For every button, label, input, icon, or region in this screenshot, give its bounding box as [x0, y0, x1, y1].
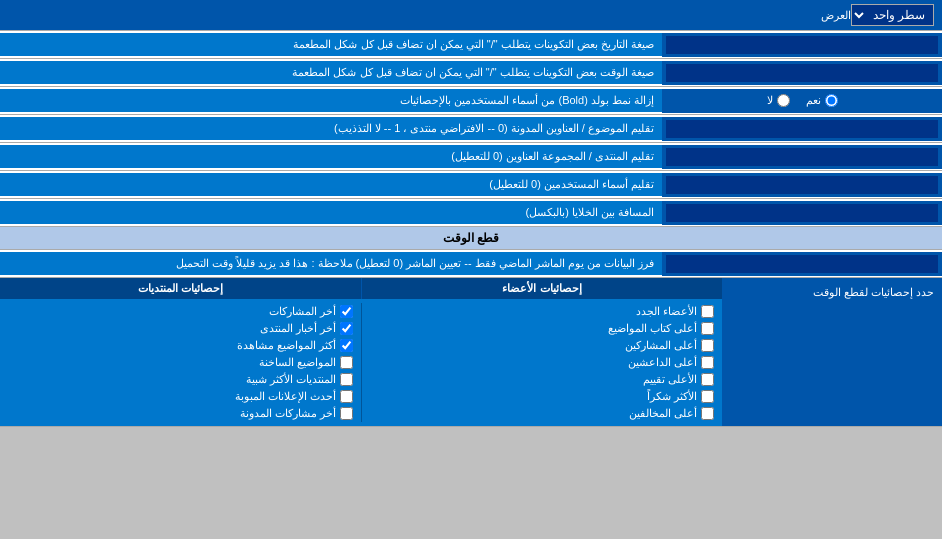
- display-select[interactable]: سطر واحدسطرينثلاثة أسطر: [851, 4, 934, 26]
- cutoff-input-wrapper: 0: [662, 252, 942, 276]
- cell-space-label: المسافة بين الخلايا (بالبكسل): [0, 201, 662, 224]
- trim-users-label: تقليم أسماء المستخدمين (0 للتعطيل): [0, 173, 662, 196]
- time-format-input[interactable]: H:i: [666, 64, 938, 82]
- trim-users-input-wrapper: 0: [662, 173, 942, 197]
- checkbox-input[interactable]: [340, 373, 353, 386]
- header-row: سطر واحدسطرينثلاثة أسطر العرض: [0, 0, 942, 31]
- stats-columns: إحصائيات الأعضاء إحصائيات المنتديات الأع…: [0, 278, 722, 426]
- col2-header: إحصائيات المنتديات: [0, 278, 361, 299]
- checkbox-label: المنتديات الأكثر شبية: [246, 373, 336, 386]
- forum-topic-row: 33 تقليم الموضوع / العناوين المدونة (0 -…: [0, 115, 942, 143]
- checkbox-input[interactable]: [340, 390, 353, 403]
- checkbox-input[interactable]: [701, 407, 714, 420]
- stats-section-label: حدد إحصائيات لقطع الوقت: [722, 278, 942, 426]
- checkbox-input[interactable]: [340, 407, 353, 420]
- col1-items: أخر المشاركاتأخر أخبار المنتدىأكثر الموا…: [0, 303, 361, 422]
- time-format-label: صيغة الوقت بعض التكوينات يتطلب "/" التي …: [0, 61, 662, 84]
- date-format-input-wrapper: d-m: [662, 33, 942, 57]
- checkbox-label: المواضيع الساخنة: [259, 356, 336, 369]
- bold-no-radio[interactable]: [777, 94, 790, 107]
- checkbox-item: أعلى المخالفين: [370, 407, 714, 420]
- checkbox-label: الأعضاء الجدد: [636, 305, 697, 318]
- trim-users-row: 0 تقليم أسماء المستخدمين (0 للتعطيل): [0, 171, 942, 199]
- cell-space-input[interactable]: 2: [666, 204, 938, 222]
- checkbox-item: المنتديات الأكثر شبية: [8, 373, 353, 386]
- checkbox-input[interactable]: [701, 390, 714, 403]
- time-format-row: H:i صيغة الوقت بعض التكوينات يتطلب "/" ا…: [0, 59, 942, 87]
- checkbox-label: أكثر المواضيع مشاهدة: [237, 339, 336, 352]
- bold-row: نعم لا إزالة نمط بولد (Bold) من أسماء ال…: [0, 87, 942, 115]
- checkbox-label: أعلى المخالفين: [629, 407, 697, 420]
- checkbox-input[interactable]: [701, 322, 714, 335]
- stats-col-headers: إحصائيات الأعضاء إحصائيات المنتديات: [0, 278, 722, 299]
- time-format-input-wrapper: H:i: [662, 61, 942, 85]
- checkbox-input[interactable]: [701, 356, 714, 369]
- checkbox-label: أخر مشاركات المدونة: [240, 407, 336, 420]
- checkbox-item: الأعلى تقييم: [370, 373, 714, 386]
- time-cutoff-header: قطع الوقت: [0, 227, 942, 250]
- bold-yes-label[interactable]: نعم: [806, 94, 838, 107]
- forum-group-input-wrapper: 33: [662, 145, 942, 169]
- bold-no-label[interactable]: لا: [767, 94, 790, 107]
- checkbox-label: الأعلى تقييم: [643, 373, 697, 386]
- header-label: العرض: [8, 9, 851, 22]
- forum-group-label: تقليم المنتدى / المجموعة العناوين (0 للت…: [0, 145, 662, 168]
- checkbox-input[interactable]: [340, 305, 353, 318]
- forum-topic-input[interactable]: 33: [666, 120, 938, 138]
- checkbox-item: الأكثر شكراً: [370, 390, 714, 403]
- forum-group-input[interactable]: 33: [666, 148, 938, 166]
- bold-label: إزالة نمط بولد (Bold) من أسماء المستخدمي…: [0, 89, 662, 112]
- forum-topic-input-wrapper: 33: [662, 117, 942, 141]
- checkbox-label: أعلى كتاب المواضيع: [608, 322, 697, 335]
- checkbox-label: أخر المشاركات: [269, 305, 336, 318]
- col2-items: الأعضاء الجددأعلى كتاب المواضيعأعلى المش…: [361, 303, 722, 422]
- checkbox-item: أكثر المواضيع مشاهدة: [8, 339, 353, 352]
- checkbox-input[interactable]: [701, 305, 714, 318]
- date-format-row: d-m صيغة التاريخ بعض التكوينات يتطلب "/"…: [0, 31, 942, 59]
- bold-yes-radio[interactable]: [825, 94, 838, 107]
- checkbox-input[interactable]: [340, 322, 353, 335]
- checkbox-label: أخر أخبار المنتدى: [260, 322, 336, 335]
- cell-space-input-wrapper: 2: [662, 201, 942, 225]
- cutoff-row: 0 فرز البيانات من يوم الماشر الماضي فقط …: [0, 250, 942, 278]
- checkbox-input[interactable]: [701, 373, 714, 386]
- checkbox-label: أعلى المشاركين: [625, 339, 697, 352]
- checkbox-item: الأعضاء الجدد: [370, 305, 714, 318]
- checkbox-item: أخر أخبار المنتدى: [8, 322, 353, 335]
- forum-group-row: 33 تقليم المنتدى / المجموعة العناوين (0 …: [0, 143, 942, 171]
- stats-items-grid: الأعضاء الجددأعلى كتاب المواضيعأعلى المش…: [0, 299, 722, 426]
- checkbox-label: أعلى الداعشين: [628, 356, 697, 369]
- checkbox-item: أعلى الداعشين: [370, 356, 714, 369]
- col1-header: إحصائيات الأعضاء: [361, 278, 722, 299]
- checkbox-input[interactable]: [701, 339, 714, 352]
- cutoff-label: فرز البيانات من يوم الماشر الماضي فقط --…: [0, 252, 662, 275]
- date-format-label: صيغة التاريخ بعض التكوينات يتطلب "/" الت…: [0, 33, 662, 56]
- main-container: سطر واحدسطرينثلاثة أسطر العرض d-m صيغة ا…: [0, 0, 942, 427]
- checkbox-item: أحدث الإعلانات المبوبة: [8, 390, 353, 403]
- stats-section: حدد إحصائيات لقطع الوقت إحصائيات الأعضاء…: [0, 278, 942, 427]
- checkbox-item: أعلى المشاركين: [370, 339, 714, 352]
- forum-topic-label: تقليم الموضوع / العناوين المدونة (0 -- ا…: [0, 117, 662, 140]
- checkbox-label: أحدث الإعلانات المبوبة: [235, 390, 336, 403]
- checkbox-item: المواضيع الساخنة: [8, 356, 353, 369]
- checkbox-item: أعلى كتاب المواضيع: [370, 322, 714, 335]
- checkbox-item: أخر مشاركات المدونة: [8, 407, 353, 420]
- checkbox-input[interactable]: [340, 339, 353, 352]
- checkbox-label: الأكثر شكراً: [647, 390, 697, 403]
- checkbox-input[interactable]: [340, 356, 353, 369]
- bold-options: نعم لا: [662, 89, 942, 113]
- checkbox-item: أخر المشاركات: [8, 305, 353, 318]
- trim-users-input[interactable]: 0: [666, 176, 938, 194]
- cell-space-row: 2 المسافة بين الخلايا (بالبكسل): [0, 199, 942, 227]
- date-format-input[interactable]: d-m: [666, 36, 938, 54]
- cutoff-input[interactable]: 0: [666, 255, 938, 273]
